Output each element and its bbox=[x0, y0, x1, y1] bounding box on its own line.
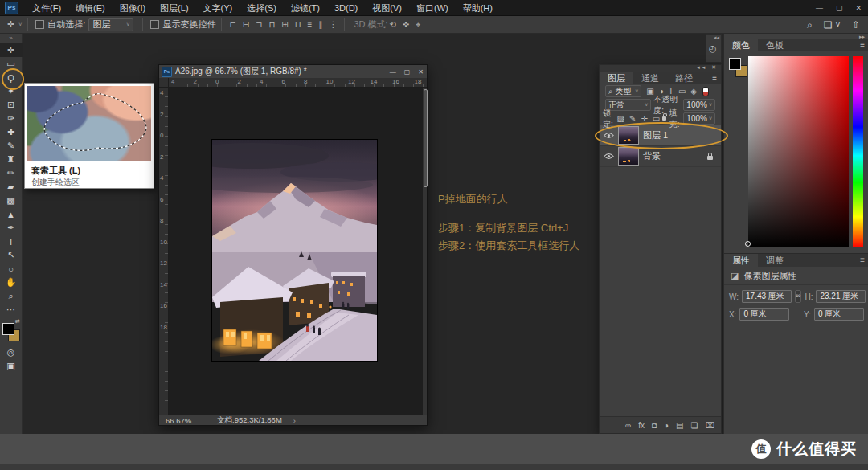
move-tool-icon[interactable]: ✛ bbox=[5, 19, 17, 30]
layer-name[interactable]: 背景 bbox=[643, 150, 661, 162]
tool-button[interactable]: ▲ bbox=[0, 207, 23, 221]
layers-bottom-icon[interactable]: ◘ bbox=[652, 421, 657, 430]
options-right-icon[interactable]: ⇧ bbox=[852, 19, 860, 31]
menu-item[interactable]: 图层(L) bbox=[153, 0, 195, 16]
layers-bottom-icon[interactable]: ◑ bbox=[664, 421, 669, 430]
window-control-button[interactable]: ✕ bbox=[855, 4, 862, 12]
window-control-button[interactable]: — bbox=[816, 4, 823, 12]
constrain-link-icon[interactable]: ∞ bbox=[795, 290, 801, 303]
height-field[interactable]: 23.21 厘米 bbox=[816, 290, 866, 303]
menu-item[interactable]: 3D(D) bbox=[327, 0, 365, 16]
horizontal-ruler[interactable]: 4202468101214161820 bbox=[169, 78, 427, 88]
vertical-scrollbar[interactable] bbox=[423, 88, 427, 415]
align-icon[interactable]: ⊓ bbox=[269, 20, 276, 29]
panel-menu-icon[interactable]: ≡ bbox=[860, 40, 865, 49]
layers-bottom-icon[interactable]: ∞ bbox=[625, 421, 631, 430]
3d-mode-icon[interactable]: ✜ bbox=[403, 20, 409, 29]
3d-mode-icon[interactable]: ⌖ bbox=[416, 20, 420, 30]
y-field[interactable]: 0 厘米 bbox=[814, 308, 864, 321]
panel-menu-icon[interactable]: ≡ bbox=[860, 255, 865, 264]
lock-option-icon[interactable]: ✎ bbox=[629, 114, 636, 123]
tool-button[interactable]: ⌕ bbox=[0, 289, 23, 303]
align-icon[interactable]: ⊟ bbox=[243, 20, 249, 29]
menu-item[interactable]: 滤镜(T) bbox=[284, 0, 327, 16]
window-control-button[interactable]: ▢ bbox=[836, 4, 843, 12]
tool-button[interactable]: ↖ bbox=[0, 248, 23, 262]
tool-button[interactable]: ○ bbox=[0, 262, 23, 276]
panel-tab[interactable]: 调整 bbox=[758, 254, 792, 267]
show-transform-checkbox[interactable] bbox=[150, 20, 159, 29]
canvas-area[interactable] bbox=[169, 88, 427, 415]
status-arrow-icon[interactable]: › bbox=[293, 416, 296, 425]
menu-item[interactable]: 文件(F) bbox=[25, 0, 68, 16]
filter-icon[interactable]: ▣ bbox=[646, 87, 653, 96]
tool-preset-caret-icon[interactable]: ˅ bbox=[18, 22, 22, 27]
lock-all-icon[interactable] bbox=[662, 116, 665, 121]
tool-button[interactable]: ✎ bbox=[0, 139, 23, 153]
auto-select-dropdown[interactable]: 图层 ˅ bbox=[88, 18, 133, 31]
filter-type-dropdown[interactable]: ⌕ 类型 ˅ bbox=[605, 85, 641, 97]
layers-bottom-icon[interactable]: ▤ bbox=[676, 421, 683, 430]
panel-collapse-icon[interactable]: ◂◂ bbox=[697, 64, 707, 70]
tool-button[interactable]: ✛ bbox=[0, 43, 23, 57]
vertical-ruler[interactable]: 42024681012141618 bbox=[159, 88, 169, 415]
tool-button[interactable]: ⊡ bbox=[0, 98, 23, 112]
menu-item[interactable]: 图像(I) bbox=[113, 0, 153, 16]
tool-button[interactable]: ▰ bbox=[0, 180, 23, 194]
panel-tab[interactable]: 颜色 bbox=[724, 39, 758, 51]
menu-item[interactable]: 编辑(E) bbox=[68, 0, 113, 16]
panel-tab[interactable]: 图层 bbox=[600, 72, 633, 84]
menu-item[interactable]: 帮助(H) bbox=[456, 0, 500, 16]
document-window-control[interactable]: — bbox=[390, 68, 396, 76]
photo-snowy-village[interactable] bbox=[212, 140, 377, 361]
color-picker-cursor[interactable] bbox=[745, 241, 751, 247]
align-icon[interactable]: ⊔ bbox=[295, 20, 301, 29]
layers-bottom-icon[interactable]: ⌧ bbox=[705, 421, 714, 430]
tool-button[interactable]: ▩ bbox=[0, 194, 23, 207]
swap-colors-icon[interactable]: ⇄ bbox=[15, 318, 20, 325]
align-icon[interactable]: ∥ bbox=[318, 20, 322, 29]
panel-menu-icon[interactable]: ≡ bbox=[712, 73, 717, 82]
document-window-control[interactable]: ▢ bbox=[404, 68, 411, 76]
tool-button[interactable]: ✒ bbox=[0, 221, 23, 235]
zoom-level-field[interactable]: 66.67% bbox=[159, 416, 207, 425]
layer-visibility-eye-icon[interactable] bbox=[603, 153, 614, 160]
tool-button[interactable]: ▣ bbox=[0, 359, 23, 373]
3d-mode-icon[interactable]: ⟲ bbox=[390, 20, 396, 29]
menu-item[interactable]: 选择(S) bbox=[240, 0, 284, 16]
tool-button[interactable]: ◎ bbox=[0, 345, 23, 359]
align-icon[interactable]: ⊏ bbox=[229, 20, 235, 29]
filter-icon[interactable]: ◈ bbox=[690, 87, 697, 96]
document-window-control[interactable]: ✕ bbox=[418, 68, 424, 76]
opacity-field[interactable]: 100%˅ bbox=[683, 99, 715, 111]
tool-button[interactable]: ✚ bbox=[0, 125, 23, 139]
panel-close-icon[interactable]: ✕ bbox=[711, 64, 719, 70]
align-icon[interactable]: ≡ bbox=[308, 20, 313, 29]
hue-strip[interactable] bbox=[853, 56, 863, 247]
options-right-icon[interactable]: ❏ ˅ bbox=[824, 19, 841, 31]
history-panel-icon[interactable]: ◴ bbox=[709, 43, 717, 54]
menu-item[interactable]: 视图(V) bbox=[365, 0, 409, 16]
document-title-bar[interactable]: Ps A26.jpg @ 66.7% (图层 1, RGB/8#) * —▢✕ bbox=[159, 65, 427, 79]
align-icon[interactable]: ⊞ bbox=[281, 20, 288, 29]
auto-select-checkbox[interactable] bbox=[35, 20, 44, 29]
panel-tab[interactable]: 路径 bbox=[667, 72, 701, 84]
panel-tab[interactable]: 属性 bbox=[724, 254, 758, 267]
align-icon[interactable]: ⊐ bbox=[256, 20, 262, 29]
lock-option-icon[interactable]: ▨ bbox=[617, 114, 624, 123]
menu-item[interactable]: 窗口(W) bbox=[409, 0, 456, 16]
tool-button[interactable]: T bbox=[0, 235, 23, 248]
tool-button[interactable]: ♜ bbox=[0, 153, 23, 166]
tool-button[interactable]: ✋ bbox=[0, 276, 23, 289]
saturation-brightness-gradient[interactable] bbox=[748, 56, 849, 247]
tool-button[interactable]: ✏ bbox=[0, 166, 23, 180]
dock-collapse-icon[interactable]: ◂◂ bbox=[714, 35, 719, 41]
x-field[interactable]: 0 厘米 bbox=[739, 308, 789, 321]
foreground-color-swatch[interactable] bbox=[2, 323, 14, 335]
color-swatches[interactable]: ⇄ bbox=[2, 320, 21, 344]
align-icon[interactable]: ⋮ bbox=[329, 20, 337, 29]
layers-bottom-icon[interactable]: ❏ bbox=[691, 421, 698, 430]
foreground-color-swatch[interactable] bbox=[729, 58, 741, 70]
tool-button[interactable]: ⋯ bbox=[0, 303, 23, 317]
toolbar-collapse-icon[interactable]: » bbox=[9, 34, 12, 43]
